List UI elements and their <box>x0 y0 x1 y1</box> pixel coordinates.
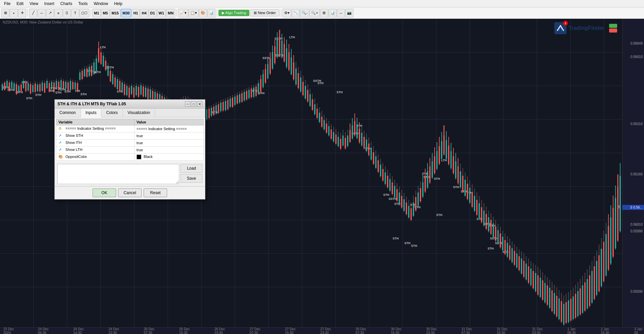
modal-footer: OK Cancel Reset <box>55 186 205 199</box>
tf-d1[interactable]: D1 <box>149 9 157 17</box>
manage-btn[interactable]: ⚙▾ <box>283 9 291 17</box>
tf-h4[interactable]: H4 <box>140 9 148 17</box>
time-label-6: 26 Dec 23:30 <box>214 327 230 334</box>
time-label-13: 31 Dec 07:30 <box>461 327 477 334</box>
color-swatch-black[interactable] <box>137 155 141 159</box>
modal-title: STH & ITH & LTH MT5 By TFlab 1.05 <box>57 102 126 106</box>
tf-m1[interactable]: M1 <box>92 9 101 17</box>
table-row[interactable]: ↗ Show STH true <box>56 132 204 140</box>
color-scheme-btn[interactable]: 🎨 <box>199 9 207 17</box>
time-label-12: 30 Dec 23:30 <box>426 327 441 334</box>
color-icon: 🎨 <box>58 155 63 159</box>
ohlc-btn[interactable]: 📊 <box>329 9 337 17</box>
channel-btn[interactable]: ≡ <box>54 9 62 17</box>
shapes-btn[interactable]: ◻⬡ <box>80 9 89 17</box>
time-label-5: 26 Dec 15:30 <box>179 327 194 334</box>
time-label-18: 3 Jan 00 <box>634 327 644 334</box>
modal-bottom: Load Save <box>55 162 205 186</box>
chart-area[interactable]: NZDUSD, M30: New Zealand Dollar vs US Do… <box>0 19 644 327</box>
modal-side-buttons: Load Save <box>181 164 202 184</box>
col-value: Value <box>134 119 203 125</box>
tf-mn[interactable]: MN <box>166 9 175 17</box>
toolbar-sep-3 <box>177 9 177 17</box>
screenshot-btn[interactable]: 📷 <box>345 9 353 17</box>
strategy-btn[interactable]: 📉 <box>292 9 300 17</box>
time-label-3: 24 Dec 22:30 <box>108 327 123 334</box>
reset-button[interactable]: Reset <box>144 188 167 197</box>
indicator-btn[interactable]: 📊 <box>207 9 215 17</box>
zoom-out-btn[interactable]: 🔍- <box>300 9 309 17</box>
show-ith-value[interactable]: true <box>134 140 203 147</box>
toolbar-sep-5 <box>281 9 281 17</box>
separator-icon: ⚙ <box>58 126 63 131</box>
show-ith-name: ↗ Show ITH <box>56 140 135 147</box>
menu-charts[interactable]: Charts <box>58 1 75 7</box>
show-sth-value[interactable]: true <box>134 132 203 140</box>
template-btn[interactable]: 📋▾ <box>189 9 199 17</box>
tf-m30[interactable]: M30 <box>121 9 131 17</box>
time-label-4: 26 Dec 07:30 <box>144 327 159 334</box>
time-label-0: 23 Dec 2024 <box>3 327 18 334</box>
input-icon-1: ↗ <box>58 133 63 138</box>
time-label-14: 31 Dec 15:30 <box>497 327 512 334</box>
col-variable: Variable <box>56 119 135 125</box>
fib-btn[interactable]: ⟨⟩ <box>63 9 71 17</box>
menu-insert[interactable]: Insert <box>42 1 57 7</box>
save-button[interactable]: Save <box>181 174 202 183</box>
show-lth-label: Show LTH <box>65 148 83 152</box>
time-label-15: 31 Dec 23:30 <box>532 327 547 334</box>
crosshair-btn[interactable]: ✛ <box>18 9 26 17</box>
tab-colors[interactable]: Colors <box>101 109 123 117</box>
toolbar: ⊞ + ✛ ╱ ─ ↗ ≡ ⟨⟩ T ◻⬡ M1 M5 M15 M30 H1 H… <box>0 7 644 19</box>
modal-minimize-btn[interactable]: ─ <box>185 101 190 107</box>
trend-btn[interactable]: ↗ <box>46 9 54 17</box>
show-lth-value[interactable]: true <box>134 147 203 154</box>
indicator-settings-modal: STH & ITH & LTH MT5 By TFlab 1.05 ─ □ ✕ … <box>54 99 205 200</box>
show-lth-name: ↗ Show LTH <box>56 147 135 154</box>
chart-type-btn[interactable]: 📈▾ <box>178 9 188 17</box>
time-label-2: 24 Dec 14:30 <box>73 327 88 334</box>
table-row[interactable]: 🎨 OppositColor Black <box>56 154 204 161</box>
input-icon-3: ↗ <box>58 148 63 152</box>
cancel-button[interactable]: Cancel <box>118 188 142 197</box>
load-button[interactable]: Load <box>181 164 202 173</box>
new-chart-btn[interactable]: ⊞ <box>1 9 9 17</box>
menu-tools[interactable]: Tools <box>76 1 90 7</box>
menu-edit[interactable]: Edit <box>14 1 26 7</box>
modal-title-bar[interactable]: STH & ITH & LTH MT5 By TFlab 1.05 ─ □ ✕ <box>55 100 205 109</box>
table-row[interactable]: ↗ Show LTH true <box>56 147 204 154</box>
table-row[interactable]: ⚙ ===== Indicator Setting ===== ===== In… <box>56 125 204 132</box>
tab-visualization[interactable]: Visualization <box>123 109 155 117</box>
tf-m15[interactable]: M15 <box>110 9 120 17</box>
tf-h1[interactable]: H1 <box>132 9 140 17</box>
opposit-color-value[interactable]: Black <box>134 154 203 161</box>
modal-tabs: Common Inputs Colors Visualization <box>55 109 205 117</box>
modal-close-btn[interactable]: ✕ <box>197 101 202 107</box>
modal-title-buttons: ─ □ ✕ <box>184 101 202 107</box>
hline-btn[interactable]: ─ <box>38 9 46 17</box>
zoom-in-btn[interactable]: + <box>10 9 18 17</box>
menu-view[interactable]: View <box>27 1 41 7</box>
modal-restore-btn[interactable]: □ <box>191 101 196 107</box>
color-value-text: Black <box>144 155 153 159</box>
text-btn[interactable]: T <box>71 9 79 17</box>
algo-trading-btn[interactable]: ▶ Algo Trading <box>218 10 249 16</box>
tab-common[interactable]: Common <box>55 109 81 117</box>
zoom-in2-btn[interactable]: 🔍+ <box>309 9 319 17</box>
table-row[interactable]: ↗ Show ITH true <box>56 140 204 147</box>
grid-btn[interactable]: ⊞ <box>320 9 328 17</box>
ok-button[interactable]: OK <box>93 188 116 197</box>
menu-help[interactable]: Help <box>111 1 125 7</box>
autoscroll-btn[interactable]: ↔ <box>337 9 345 17</box>
menu-window[interactable]: Window <box>91 1 111 7</box>
menu-bar: File Edit View Insert Charts Tools Windo… <box>0 0 644 7</box>
line-btn[interactable]: ╱ <box>29 9 37 17</box>
time-label-17: 2 Jan 16:30 <box>601 327 614 334</box>
tab-inputs[interactable]: Inputs <box>81 109 102 117</box>
tf-m5[interactable]: M5 <box>101 9 109 17</box>
show-sth-label: Show STH <box>65 133 83 137</box>
new-order-btn[interactable]: ⊞ New Order <box>250 9 279 16</box>
modal-textarea[interactable] <box>57 164 179 184</box>
tf-w1[interactable]: W1 <box>157 9 166 17</box>
menu-file[interactable]: File <box>1 1 13 7</box>
